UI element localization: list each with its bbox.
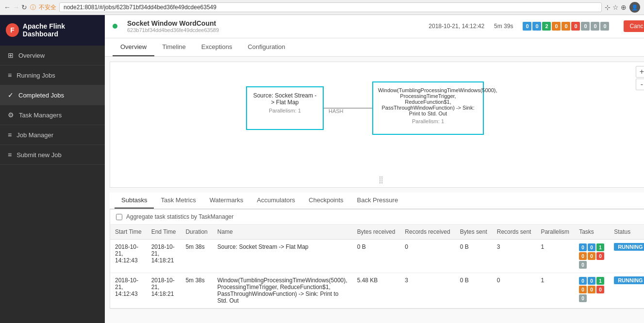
table-area: Aggregate task statistics by TaskManager…: [110, 209, 644, 309]
tab-back-pressure[interactable]: Back Pressure: [350, 193, 405, 209]
job-manager-icon: ≡: [8, 131, 12, 139]
col-records-sent: Records sent: [492, 225, 536, 240]
sidebar-item-completed-jobs[interactable]: ✓ Completed Jobs: [0, 85, 105, 105]
cell-records-sent: 3: [492, 240, 536, 273]
tab-watermarks[interactable]: Watermarks: [203, 193, 250, 209]
mini-badge: 0: [579, 294, 587, 302]
col-end-time: End Time: [147, 225, 181, 240]
status-badge: RUNNING: [614, 243, 644, 251]
col-bytes-received: Bytes received: [352, 225, 400, 240]
col-tasks: Tasks: [574, 225, 609, 240]
tab-task-metrics[interactable]: Task Metrics: [154, 193, 202, 209]
tab-subtasks[interactable]: Subtasks: [115, 193, 154, 209]
cell-start-time: 2018-10-21, 14:12:43: [110, 273, 147, 308]
node-window-title: Window(TumblingProcessingTimeWindows(500…: [378, 87, 478, 116]
task-mini-badges: 0010000: [579, 277, 604, 302]
sidebar-item-job-manager[interactable]: ≡ Job Manager: [0, 125, 105, 145]
job-header: Socket Window WordCount 623b71bf34dd4bed…: [105, 15, 644, 38]
aggregate-row: Aggregate task statistics by TaskManager: [110, 210, 644, 225]
profile-icon[interactable]: 👤: [629, 2, 640, 13]
sidebar-title: Apache Flink Dashboard: [23, 22, 99, 38]
graph-canvas: Source: Socket Stream -> Flat Map Parall…: [110, 62, 644, 187]
aggregate-checkbox[interactable]: [116, 214, 122, 220]
cancel-button[interactable]: Canc: [624, 20, 644, 32]
status-badge: RUNNING: [614, 276, 644, 284]
badge-6: 0: [581, 22, 590, 31]
badge-1: 0: [532, 22, 541, 31]
node-window-parallelism: Parallelism: 1: [378, 118, 478, 124]
task-badges: 0 0 2 0 0 0 0 0 0: [523, 22, 609, 31]
aggregate-label: Aggregate task statistics by TaskManager: [126, 213, 233, 220]
sidebar-item-label: Completed Jobs: [18, 92, 64, 99]
job-duration: 5m 39s: [494, 23, 513, 30]
sidebar-item-submit-new-job[interactable]: ≡ Submit new Job: [0, 145, 105, 165]
browser-controls[interactable]: ← → ↻: [4, 3, 27, 11]
col-duration: Duration: [181, 225, 212, 240]
node-source[interactable]: Source: Socket Stream -> Flat Map Parall…: [246, 86, 324, 130]
badge-2: 2: [542, 22, 551, 31]
graph-area: Source: Socket Stream -> Flat Map Parall…: [110, 62, 644, 188]
col-records-received: Records received: [400, 225, 455, 240]
tab-timeline[interactable]: Timeline: [154, 38, 194, 56]
cell-status: RUNNING: [609, 273, 644, 308]
tab-accumulators[interactable]: Accumulators: [250, 193, 302, 209]
tab-configuration[interactable]: Configuration: [240, 38, 293, 56]
table-row: 2018-10-21, 14:12:43 2018-10-21, 14:18:2…: [110, 273, 644, 308]
mini-badge: 0: [596, 252, 604, 260]
drag-handle: ⣿: [379, 176, 383, 183]
job-meta: 2018-10-21, 14:12:42 5m 39s 0 0 2 0 0 0 …: [429, 20, 644, 32]
cell-end-time: 2018-10-21, 14:18:21: [147, 273, 181, 308]
col-start-time: Start Time: [110, 225, 147, 240]
browser-bar: ← → ↻ ⓘ 不安全 node21:8081/#/jobs/623b71bf3…: [0, 0, 644, 15]
submit-job-icon: ≡: [8, 151, 12, 159]
url-display: node21:8081/#/jobs/623b71bf34dd4bed36fe4…: [59, 2, 602, 12]
tab-exceptions[interactable]: Exceptions: [194, 38, 240, 56]
job-title-block: Socket Window WordCount 623b71bf34dd4bed…: [127, 19, 219, 33]
badge-8: 0: [600, 22, 609, 31]
mini-badge: 0: [588, 243, 595, 251]
mini-badge: 1: [596, 277, 604, 285]
job-title: Socket Window WordCount: [127, 19, 219, 27]
tab-overview[interactable]: Overview: [113, 38, 154, 56]
sidebar-item-label: Task Managers: [19, 112, 62, 119]
cell-records-received: 3: [400, 273, 455, 308]
mini-badge: 0: [579, 277, 587, 285]
badge-4: 0: [561, 22, 570, 31]
mini-badge: 0: [579, 261, 587, 269]
job-status-dot: [113, 24, 117, 29]
browser-icons: ⊹ ☆ ⊕: [605, 3, 627, 11]
zoom-in-button[interactable]: +: [636, 66, 644, 78]
mini-badge: 0: [588, 277, 595, 285]
col-name: Name: [213, 225, 352, 240]
main-content: Socket Window WordCount 623b71bf34dd4bed…: [105, 15, 644, 323]
cell-start-time: 2018-10-21, 14:12:43: [110, 240, 147, 273]
sidebar-item-overview[interactable]: ⊞ Overview: [0, 46, 105, 65]
cell-name: Window(TumblingProcessingTimeWindows(500…: [213, 273, 352, 308]
sidebar-item-running-jobs[interactable]: ≡ Running Jobs: [0, 65, 105, 85]
reload-button[interactable]: ↻: [21, 3, 27, 11]
cell-parallelism: 1: [536, 273, 574, 308]
cell-status: RUNNING: [609, 240, 644, 273]
sidebar: F Apache Flink Dashboard ⊞ Overview ≡ Ru…: [0, 15, 105, 323]
mini-badge: 1: [596, 243, 604, 251]
tab-checkpoints[interactable]: Checkpoints: [302, 193, 350, 209]
sidebar-item-label: Overview: [18, 52, 45, 59]
completed-jobs-icon: ✓: [8, 91, 14, 99]
cell-records-received: 0: [400, 240, 455, 273]
node-window[interactable]: Window(TumblingProcessingTimeWindows(500…: [372, 81, 484, 135]
badge-3: 0: [552, 22, 561, 31]
security-icon: ⓘ: [30, 3, 36, 12]
cell-duration: 5m 38s: [181, 240, 212, 273]
back-button[interactable]: ←: [4, 3, 11, 11]
forward-button[interactable]: →: [13, 3, 19, 11]
job-time: 2018-10-21, 14:12:42: [429, 23, 484, 30]
zoom-out-button[interactable]: -: [636, 79, 644, 90]
task-managers-icon: ⚙: [8, 111, 14, 119]
sidebar-item-task-managers[interactable]: ⚙ Task Managers: [0, 105, 105, 125]
edge-label: HASH: [329, 108, 344, 114]
sidebar-item-label: Submit new Job: [17, 151, 62, 159]
mini-badge: 0: [596, 286, 604, 293]
col-parallelism: Parallelism: [536, 225, 574, 240]
bottom-tabs: Subtasks Task Metrics Watermarks Accumul…: [110, 193, 644, 209]
badge-5: 0: [571, 22, 580, 31]
